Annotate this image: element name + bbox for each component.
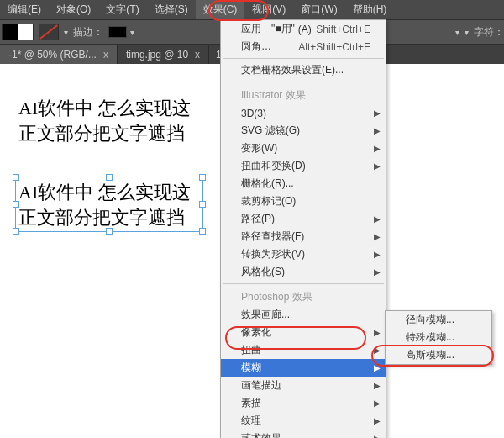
doc-tab-1-label: -1* @ 50% (RGB/...	[8, 49, 97, 61]
character-label: 字符：	[474, 25, 504, 40]
menu-sketch-label: 素描	[241, 396, 261, 410]
menu-view[interactable]: 视图(V)	[244, 0, 293, 19]
menu-header-illustrator: Illustrator 效果	[221, 85, 386, 104]
doc-text-line-4: 正文部分把文字遮挡	[18, 205, 185, 230]
doc-tab-2[interactable]: timg.jpg @ 10 x	[118, 45, 209, 65]
menu-effect-gallery[interactable]: 效果画廊...	[221, 306, 386, 324]
menu-pathfinder-label: 路径查找器(F)	[241, 230, 304, 244]
menu-object[interactable]: 对象(O)	[49, 0, 98, 19]
menu-cropmarks-label: 裁剪标记(O)	[241, 194, 296, 208]
menu-separator	[223, 58, 384, 59]
no-fill-icon[interactable]	[39, 24, 59, 40]
menu-texture[interactable]: 纹理▶	[221, 412, 386, 430]
menu-pixelate-label: 像素化	[241, 325, 271, 340]
menu-path-label: 路径(P)	[241, 212, 275, 226]
menu-warp-label: 变形(W)	[241, 141, 277, 156]
menu-blur[interactable]: 模糊▶	[221, 359, 386, 377]
submenu-smart-blur[interactable]: 特殊模糊...	[386, 329, 491, 346]
menu-corner[interactable]: 圆角… Alt+Shift+Ctrl+E	[221, 38, 386, 55]
chevron-right-icon: ▶	[374, 434, 381, 438]
menu-apply-key: (A)	[298, 24, 312, 35]
effect-dropdown-menu: 应用 "■用" (A) Shift+Ctrl+E 圆角… Alt+Shift+C…	[220, 19, 386, 438]
chevron-right-icon: ▶	[374, 144, 381, 153]
chevron-right-icon: ▶	[374, 161, 381, 171]
menu-separator	[223, 82, 384, 82]
stroke-label: 描边：	[73, 25, 103, 40]
menu-apply-label: 应用 "■用"	[241, 22, 295, 36]
menu-convertshape-label: 转换为形状(V)	[241, 247, 305, 261]
stroke-dropdown[interactable]: ▾	[64, 28, 68, 37]
menu-window[interactable]: 窗口(W)	[293, 0, 344, 19]
menu-3d[interactable]: 3D(3)▶	[221, 104, 386, 122]
menu-apply-last[interactable]: 应用 "■用" (A) Shift+Ctrl+E	[221, 20, 386, 38]
menu-rasterize-label: 栅格化(R)...	[241, 177, 294, 191]
doc-tab-2-label: timg.jpg @ 10	[126, 49, 188, 61]
menu-doc-raster[interactable]: 文档栅格效果设置(E)...	[221, 61, 386, 79]
chevron-right-icon: ▶	[374, 232, 381, 241]
blur-submenu: 径向模糊... 特殊模糊... 高斯模糊...	[385, 310, 492, 365]
menu-stylize-ai[interactable]: 风格化(S)▶	[221, 263, 386, 281]
menu-bar: 编辑(E) 对象(O) 文字(T) 选择(S) 效果(C) 视图(V) 窗口(W…	[0, 0, 504, 20]
menu-text[interactable]: 文字(T)	[98, 0, 146, 19]
menu-3d-label: 3D(3)	[241, 108, 266, 119]
menu-distort-ps[interactable]: 扭曲▶	[221, 341, 386, 359]
toolbar-dd-1[interactable]: ▾	[455, 28, 459, 37]
toolbar-dd-2[interactable]: ▾	[465, 28, 469, 37]
menu-distort-ps-label: 扭曲	[241, 343, 261, 357]
close-icon[interactable]: x	[103, 49, 108, 61]
menu-select[interactable]: 选择(S)	[147, 0, 196, 19]
doc-text-line-3: AI软件中 怎么实现这	[18, 180, 191, 205]
menu-pathfinder[interactable]: 路径查找器(F)▶	[221, 228, 386, 245]
menu-cropmarks[interactable]: 裁剪标记(O)	[221, 193, 386, 210]
chevron-right-icon: ▶	[374, 398, 381, 408]
menu-texture-label: 纹理	[241, 414, 261, 428]
doc-text-line-1: AI软件中 怎么实现这	[18, 96, 191, 121]
chevron-right-icon: ▶	[374, 214, 381, 224]
menu-effect-gallery-label: 效果画廊...	[241, 308, 290, 322]
close-icon[interactable]: x	[195, 49, 200, 61]
submenu-gaussian-blur[interactable]: 高斯模糊...	[386, 346, 491, 364]
chevron-right-icon: ▶	[374, 108, 381, 118]
chevron-right-icon: ▶	[374, 381, 381, 390]
menu-rasterize[interactable]: 栅格化(R)...	[221, 175, 386, 193]
chevron-right-icon: ▶	[374, 250, 381, 259]
menu-artistic[interactable]: 艺术效果▶	[221, 430, 386, 438]
menu-help[interactable]: 帮助(H)	[345, 0, 395, 19]
menu-apply-shortcut: Shift+Ctrl+E	[316, 24, 370, 35]
menu-distort-label: 扭曲和变换(D)	[241, 159, 306, 173]
menu-blur-label: 模糊	[241, 361, 261, 375]
menu-convertshape[interactable]: 转换为形状(V)▶	[221, 245, 386, 263]
doc-text-line-2: 正文部分把文字遮挡	[18, 121, 185, 146]
menu-brushstrokes-label: 画笔描边	[241, 378, 281, 393]
menu-stylize-ai-label: 风格化(S)	[241, 265, 285, 279]
menu-corner-label: 圆角…	[241, 40, 271, 54]
menu-separator	[223, 283, 384, 284]
chevron-right-icon: ▶	[374, 363, 381, 372]
menu-svg-filter[interactable]: SVG 滤镜(G)▶	[221, 122, 386, 140]
stroke-weight-dropdown[interactable]: ▾	[108, 26, 134, 38]
fill-stroke-swatch[interactable]	[2, 24, 34, 40]
chevron-right-icon: ▶	[374, 328, 381, 337]
menu-edit[interactable]: 编辑(E)	[0, 0, 49, 19]
menu-effect[interactable]: 效果(C)	[196, 0, 245, 19]
menu-path[interactable]: 路径(P)▶	[221, 210, 386, 228]
submenu-radial-blur[interactable]: 径向模糊...	[386, 311, 491, 329]
menu-distort[interactable]: 扭曲和变换(D)▶	[221, 157, 386, 175]
chevron-right-icon: ▶	[374, 126, 381, 135]
menu-warp[interactable]: 变形(W)▶	[221, 140, 386, 157]
menu-header-photoshop: Photoshop 效果	[221, 287, 386, 306]
chevron-right-icon: ▶	[374, 416, 381, 425]
menu-corner-shortcut: Alt+Shift+Ctrl+E	[298, 41, 370, 53]
menu-pixelate[interactable]: 像素化▶	[221, 324, 386, 341]
doc-tab-1[interactable]: -1* @ 50% (RGB/... x	[0, 45, 118, 65]
menu-artistic-label: 艺术效果	[241, 431, 281, 438]
chevron-right-icon: ▶	[374, 346, 381, 355]
menu-sketch[interactable]: 素描▶	[221, 394, 386, 412]
menu-brushstrokes[interactable]: 画笔描边▶	[221, 377, 386, 394]
chevron-right-icon: ▶	[374, 267, 381, 277]
menu-svg-label: SVG 滤镜(G)	[241, 124, 300, 138]
